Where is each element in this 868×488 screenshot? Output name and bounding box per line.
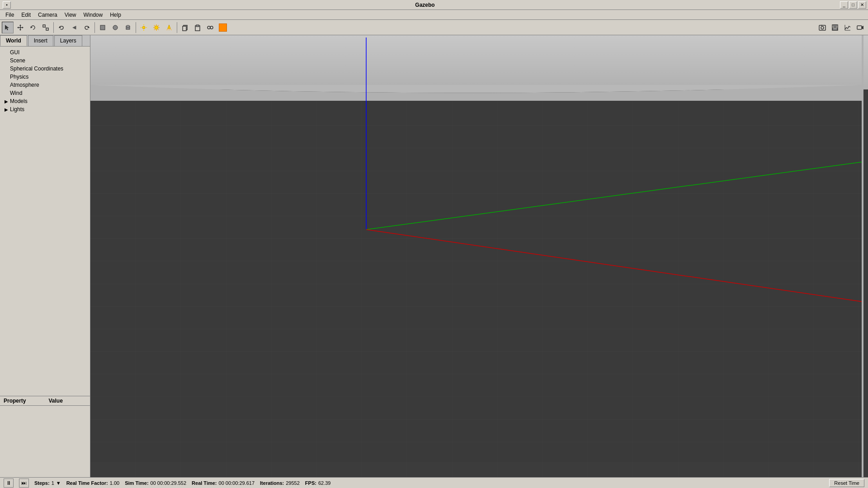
tool-step-back[interactable]: ◀ (68, 22, 80, 33)
rtf-label: Real Time Factor: (66, 480, 108, 486)
svg-line-27 (158, 29, 159, 29)
tool-paste[interactable] (192, 22, 203, 33)
maximize-button[interactable]: □ (849, 1, 857, 9)
property-col-name: Property (0, 396, 45, 405)
tool-screenshot[interactable] (816, 22, 828, 33)
tool-settings[interactable] (217, 22, 229, 33)
tree-arrow-models: ▶ (4, 99, 9, 104)
iterations-group: Iterations: 29552 (260, 480, 300, 486)
main-layout: World Insert Layers GUI Scene Spherical … (0, 35, 868, 477)
svg-point-38 (208, 26, 210, 29)
tree-item-spherical[interactable]: Spherical Coordinates (0, 65, 90, 73)
svg-rect-35 (183, 26, 186, 31)
tree-item-wind[interactable]: Wind (0, 89, 90, 97)
menu-help[interactable]: Help (106, 11, 125, 19)
svg-line-29 (158, 25, 159, 25)
menu-edit[interactable]: Edit (18, 11, 34, 19)
tree-item-atmosphere[interactable]: Atmosphere (0, 81, 90, 89)
tool-pointlight[interactable] (138, 22, 150, 33)
tree-arrow-spherical (4, 66, 9, 71)
tool-save[interactable] (829, 22, 841, 33)
tool-box[interactable] (97, 22, 108, 33)
svg-rect-37 (196, 25, 199, 27)
menubar: File Edit Camera View Window Help (0, 10, 868, 20)
viewport-3d[interactable] (90, 35, 868, 477)
tab-insert[interactable]: Insert (28, 35, 53, 46)
svg-rect-7 (43, 25, 45, 27)
svg-line-26 (154, 25, 155, 25)
step-button[interactable]: ⏭ (19, 479, 29, 488)
svg-marker-4 (17, 27, 19, 28)
svg-rect-85 (862, 35, 863, 477)
steps-group: Steps: 1 ▼ (34, 480, 61, 486)
svg-rect-49 (857, 26, 862, 29)
tree-arrow-physics (4, 74, 9, 80)
close-button[interactable]: ✕ (858, 1, 866, 9)
separator-1 (53, 22, 54, 33)
svg-rect-43 (821, 25, 822, 26)
tool-translate[interactable] (14, 22, 26, 33)
tab-world[interactable]: World (0, 35, 27, 46)
menu-camera[interactable]: Camera (34, 11, 61, 19)
separator-2 (94, 22, 95, 33)
svg-rect-51 (90, 101, 863, 462)
tree-item-scene[interactable]: Scene (0, 56, 90, 65)
tool-select[interactable] (2, 22, 14, 33)
tool-undo[interactable] (56, 22, 67, 33)
tree-arrow-lights: ▶ (4, 107, 9, 112)
svg-rect-41 (819, 25, 826, 30)
fps-label: FPS: (305, 480, 316, 486)
tool-copy[interactable] (179, 22, 191, 33)
realtime-label: Real Time: (192, 480, 217, 486)
tool-spotlight[interactable] (163, 22, 175, 33)
tool-sphere[interactable] (109, 22, 121, 33)
realtime-value: 00 00:00:29.617 (219, 480, 255, 486)
tool-scale[interactable] (40, 22, 52, 33)
tool-cylinder[interactable] (122, 22, 134, 33)
svg-rect-12 (100, 25, 105, 30)
tree-arrow-gui (4, 50, 9, 55)
menu-file[interactable]: File (2, 11, 18, 19)
menu-window[interactable]: Window (80, 11, 107, 19)
svg-point-42 (821, 26, 824, 29)
menu-view[interactable]: View (61, 11, 80, 19)
svg-line-33 (170, 28, 171, 30)
tab-layers[interactable]: Layers (54, 35, 82, 46)
svg-marker-2 (19, 24, 21, 26)
tab-bar: World Insert Layers (0, 35, 90, 47)
fps-value: 62.39 (318, 480, 331, 486)
tool-chain[interactable] (204, 22, 216, 33)
svg-line-31 (167, 28, 168, 30)
tool-redo[interactable] (81, 22, 93, 33)
tree-item-models[interactable]: ▶ Models (0, 97, 90, 105)
tree-arrow-scene (4, 58, 9, 63)
iterations-label: Iterations: (260, 480, 284, 486)
svg-rect-45 (834, 25, 836, 27)
tree-item-lights[interactable]: ▶ Lights (0, 105, 90, 113)
minimize-button[interactable]: _ (840, 1, 848, 9)
tool-plot[interactable] (842, 22, 854, 33)
toolbar-right (816, 22, 866, 33)
tool-sunlight[interactable] (151, 22, 162, 33)
svg-point-13 (113, 25, 118, 30)
pause-button[interactable]: ⏸ (4, 479, 14, 488)
iterations-value: 29552 (286, 480, 300, 486)
system-menu-button[interactable]: ▪ (3, 1, 11, 9)
svg-point-16 (142, 26, 145, 29)
tool-rotate[interactable] (27, 22, 39, 33)
svg-point-15 (126, 25, 130, 27)
property-col-value: Value (45, 396, 90, 405)
reset-time-button[interactable]: Reset Time (829, 479, 864, 487)
window-title: Gazebo (11, 2, 839, 8)
property-panel: Property Value (0, 396, 90, 477)
steps-value: 1 (52, 480, 54, 486)
steps-label: Steps: (34, 480, 50, 486)
tool-record[interactable] (854, 22, 866, 33)
svg-rect-8 (46, 28, 48, 30)
separator-3 (136, 22, 136, 33)
simtime-label: Sim Time: (125, 480, 148, 486)
svg-point-21 (155, 26, 158, 29)
tree-item-gui[interactable]: GUI (0, 48, 90, 56)
window-controls: _ □ ✕ (839, 1, 866, 9)
tree-item-physics[interactable]: Physics (0, 73, 90, 81)
